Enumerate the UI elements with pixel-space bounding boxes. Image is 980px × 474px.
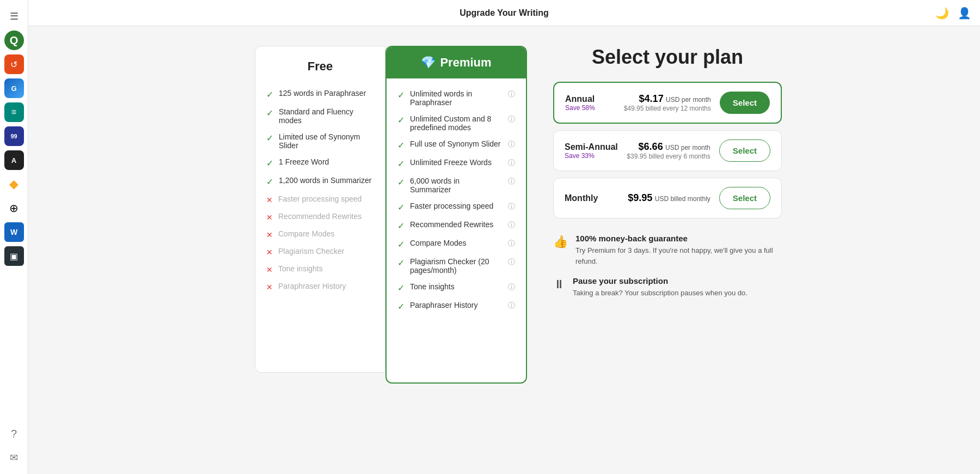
pause-text: Pause your subscription Taking a break? … — [573, 276, 748, 299]
free-feature-list: ✓ 125 words in Paraphraser ✓ Standard an… — [266, 89, 374, 291]
semi-annual-plan-save: Save 33% — [565, 152, 618, 160]
main-content: Free ✓ 125 words in Paraphraser ✓ Standa… — [57, 26, 980, 474]
info-icon[interactable]: ⓘ — [508, 239, 515, 248]
money-back-desc: Try Premium for 3 days. If you're not ha… — [575, 245, 782, 266]
feature-label: 125 words in Paraphraser — [279, 89, 366, 98]
list-item: ✓ Unlimited Freeze Words ⓘ — [397, 158, 515, 169]
check-icon: ✓ — [266, 89, 273, 100]
semi-annual-plan-name: Semi-Annual — [565, 142, 618, 152]
info-icon[interactable]: ⓘ — [508, 257, 515, 267]
annual-price-main: $4.17 USD per month — [624, 93, 711, 105]
feature-label: Faster processing speed — [410, 202, 493, 210]
word-icon[interactable]: W — [4, 222, 24, 242]
paraphraser-icon[interactable]: ↺ — [4, 54, 24, 74]
monthly-select-button[interactable]: Select — [719, 187, 770, 209]
help-icon[interactable]: ? — [4, 424, 24, 443]
info-icon[interactable]: ⓘ — [508, 220, 515, 230]
money-back-title: 100% money-back guarantee — [575, 234, 782, 243]
monthly-plan-option[interactable]: Monthly $9.95 USD billed monthly Select — [553, 178, 782, 218]
chrome-icon[interactable]: ⊕ — [4, 198, 24, 218]
grammar-icon[interactable]: G — [4, 78, 24, 98]
check-icon: ✓ — [397, 258, 405, 268]
list-item: ✓ 125 words in Paraphraser — [266, 89, 374, 100]
user-icon[interactable]: 👤 — [958, 7, 971, 20]
feature-label: 1,200 words in Summarizer — [279, 176, 371, 185]
annual-price-sub: $49.95 billed every 12 months — [624, 105, 711, 112]
annual-select-button[interactable]: Select — [720, 92, 770, 114]
annual-plan-option[interactable]: Annual Save 58% $4.17 USD per month $49.… — [553, 82, 782, 124]
premium-body: ✓ Unlimited words in Paraphraser ⓘ ✓ Unl… — [387, 89, 526, 312]
feature-label: Compare Modes — [278, 229, 335, 238]
check-icon: ✓ — [266, 133, 273, 143]
feature-label: Recommended Rewrites — [278, 212, 362, 221]
list-item: ✓ Unlimited Custom and 8 predefined mode… — [397, 114, 515, 132]
list-item: ✓ Faster processing speed ⓘ — [397, 202, 515, 212]
feature-label: Full use of Synonym Slider — [410, 139, 501, 148]
x-icon: ✕ — [266, 283, 273, 291]
list-item: ✓ Limited use of Synonym Slider — [266, 132, 374, 150]
pause-title: Pause your subscription — [573, 276, 748, 285]
info-icon[interactable]: ⓘ — [508, 301, 515, 311]
check-icon: ✓ — [397, 221, 405, 231]
check-icon: ✓ — [266, 108, 273, 118]
free-card: Free ✓ 125 words in Paraphraser ✓ Standa… — [255, 46, 385, 373]
info-icon[interactable]: ⓘ — [508, 89, 515, 99]
list-item: ✓ Full use of Synonym Slider ⓘ — [397, 139, 515, 150]
feature-label: Plagiarism Checker — [278, 247, 344, 256]
feature-label: Compare Modes — [410, 239, 467, 247]
info-icon[interactable]: ⓘ — [508, 139, 515, 149]
right-panel: Select your plan Annual Save 58% $4.17 U… — [553, 46, 782, 299]
annual-plan-save: Save 58% — [565, 104, 615, 112]
semi-annual-plan-option[interactable]: Semi-Annual Save 33% $6.66 USD per month… — [553, 130, 782, 171]
feature-label: Unlimited Freeze Words — [410, 158, 492, 167]
info-icon[interactable]: ⓘ — [508, 177, 515, 186]
translator-icon[interactable]: A — [4, 150, 24, 170]
check-icon: ✓ — [397, 115, 405, 125]
premium-card: 💎 Premium ✓ Unlimited words in Paraphras… — [385, 46, 527, 384]
dark-mode-icon[interactable]: 🌙 — [935, 7, 949, 20]
annual-plan-info: Annual Save 58% — [565, 94, 615, 112]
check-icon: ✓ — [397, 283, 405, 293]
diamond-icon: 💎 — [421, 56, 436, 70]
list-item: ✓ 1,200 words in Summarizer — [266, 176, 374, 187]
screen-icon[interactable]: ▣ — [4, 246, 24, 266]
list-item: ✕ Plagiarism Checker — [266, 247, 374, 257]
list-item: ✓ Tone insights ⓘ — [397, 282, 515, 293]
logo-icon[interactable]: Q — [4, 31, 24, 50]
list-item: ✓ Paraphraser History ⓘ — [397, 301, 515, 312]
check-icon: ✓ — [397, 90, 405, 100]
mail-icon[interactable]: ✉ — [4, 448, 24, 467]
info-icon[interactable]: ⓘ — [508, 158, 515, 168]
sidebar: ☰ Q ↺ G ≡ 99 A ◆ ⊕ W ▣ ? ✉ — [0, 0, 28, 474]
feature-label: Paraphraser History — [278, 282, 346, 290]
logo[interactable]: Q — [4, 31, 24, 50]
semi-annual-plan-price: $6.66 USD per month $39.95 billed every … — [627, 141, 710, 160]
select-plan-title: Select your plan — [553, 46, 782, 69]
pause-perk: ⏸ Pause your subscription Taking a break… — [553, 276, 782, 299]
premium-icon[interactable]: ◆ — [4, 174, 24, 194]
semi-annual-select-button[interactable]: Select — [719, 139, 770, 162]
pause-icon: ⏸ — [553, 277, 565, 291]
semi-annual-price-main: $6.66 USD per month — [627, 141, 710, 153]
info-icon[interactable]: ⓘ — [508, 202, 515, 211]
list-item: ✕ Paraphraser History — [266, 282, 374, 291]
money-back-text: 100% money-back guarantee Try Premium fo… — [575, 234, 782, 266]
feature-label: Faster processing speed — [278, 195, 362, 203]
summarizer-icon[interactable]: ≡ — [4, 102, 24, 122]
list-item: ✕ Faster processing speed — [266, 195, 374, 204]
annual-plan-price: $4.17 USD per month $49.95 billed every … — [624, 93, 711, 112]
feature-label: Plagiarism Checker (20 pages/month) — [410, 257, 503, 275]
x-icon: ✕ — [266, 230, 273, 239]
monthly-price-main: $9.95 USD billed monthly — [628, 192, 710, 204]
check-icon: ✓ — [397, 202, 405, 212]
topbar: Upgrade Your Writing 🌙 👤 — [28, 0, 980, 26]
info-icon[interactable]: ⓘ — [508, 282, 515, 292]
premium-title: Premium — [440, 56, 491, 70]
menu-icon[interactable]: ☰ — [4, 7, 24, 26]
citation-icon[interactable]: 99 — [4, 126, 24, 146]
feature-label: Unlimited words in Paraphraser — [410, 89, 503, 107]
x-icon: ✕ — [266, 196, 273, 204]
info-icon[interactable]: ⓘ — [508, 114, 515, 124]
check-icon: ✓ — [397, 159, 405, 169]
check-icon: ✓ — [266, 177, 273, 187]
